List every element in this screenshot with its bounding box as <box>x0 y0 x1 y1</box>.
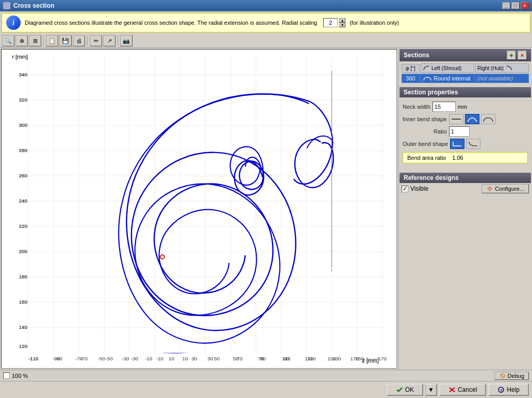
svg-text:-50: -50 <box>106 356 113 361</box>
zoom-region-button[interactable]: ⊞ <box>29 35 41 46</box>
fit-button[interactable]: ⊕ <box>15 35 28 46</box>
svg-text:r [mm]: r [mm] <box>12 54 28 60</box>
remove-section-button[interactable]: × <box>518 51 527 60</box>
main-canvas: r [mm] 340 320 300 280 260 240 220 200 1… <box>2 49 396 368</box>
canvas-area[interactable]: r [mm] 340 320 300 280 260 240 220 200 1… <box>1 49 397 369</box>
left-tab[interactable]: Left (Shroud) <box>421 63 474 73</box>
help-button[interactable]: ? Help <box>488 384 529 396</box>
ok-dropdown-button[interactable]: ▼ <box>425 384 437 396</box>
help-icon: ? <box>497 387 505 393</box>
window-controls[interactable]: _ □ ✕ <box>502 2 529 9</box>
zoom-label: 100 % <box>12 373 28 379</box>
info-suffix: (for illustration only) <box>350 20 399 26</box>
svg-text:280: 280 <box>19 147 28 153</box>
right-section-value: (not available) <box>475 74 529 83</box>
right-tab[interactable]: Right (Hub) <box>475 63 529 73</box>
svg-text:120: 120 <box>19 343 28 349</box>
outer-bend-shape-group <box>450 139 480 149</box>
maximize-button[interactable]: □ <box>511 2 520 9</box>
svg-text:150: 150 <box>327 356 336 361</box>
radial-scaling-input[interactable]: 2 <box>323 18 338 27</box>
svg-text:-10: -10 <box>156 356 164 361</box>
minimize-button[interactable]: _ <box>502 2 510 9</box>
configure-label: Configure... <box>495 186 524 192</box>
expand-button[interactable]: ↗ <box>103 35 115 46</box>
ratio-row: Ratio <box>403 126 528 137</box>
zoom-out-button[interactable]: 🔍 <box>2 35 14 46</box>
spin-down[interactable]: ▼ <box>339 23 345 27</box>
status-left: 100 % <box>3 372 28 379</box>
inner-bend-label: Inner bend shape <box>403 116 447 122</box>
ratio-label: Ratio <box>403 128 447 135</box>
toolbar-separator-2 <box>87 36 88 46</box>
reference-designs-title: Reference designs <box>404 174 459 181</box>
svg-text:160: 160 <box>19 299 28 305</box>
info-bar: i Diagramed cross sections illustrate th… <box>2 13 530 32</box>
section-properties-panel: Section properties Neck width mm Inner b… <box>400 87 531 169</box>
window-title: Cross section <box>13 2 54 9</box>
svg-text:?: ? <box>500 388 503 393</box>
radial-scaling-group[interactable]: 2 ▲ ▼ <box>323 18 345 27</box>
debug-button[interactable]: Debug <box>494 372 529 380</box>
ok-check-icon <box>396 387 403 393</box>
phi-value: 360 <box>402 74 420 83</box>
debug-icon <box>499 373 506 379</box>
visible-label: Visible <box>410 185 428 192</box>
visible-checkbox[interactable]: ✓ <box>402 186 408 192</box>
reference-designs-header: Reference designs <box>400 173 531 183</box>
add-section-button[interactable]: + <box>507 51 516 60</box>
neck-width-row: Neck width mm <box>403 102 528 112</box>
ratio-input[interactable] <box>449 126 470 137</box>
svg-text:-30: -30 <box>131 356 139 361</box>
svg-text:170: 170 <box>350 356 359 361</box>
svg-text:-90: -90 <box>53 356 60 361</box>
svg-text:180: 180 <box>19 274 28 279</box>
outer-bend-shape-row: Outer bend shape <box>403 139 528 149</box>
svg-text:-70: -70 <box>75 356 83 361</box>
toolbar-separator-1 <box>43 36 44 46</box>
neck-width-label: Neck width <box>403 104 430 110</box>
svg-text:50: 50 <box>214 356 220 361</box>
close-button[interactable]: ✕ <box>521 2 529 9</box>
spin-up[interactable]: ▲ <box>339 18 345 23</box>
status-checkbox[interactable] <box>3 372 10 379</box>
outer-bend-right-angle-button[interactable] <box>450 139 464 149</box>
radial-scaling-spinners[interactable]: ▲ ▼ <box>339 18 345 27</box>
svg-point-118 <box>489 188 491 190</box>
configure-button[interactable]: Configure... <box>481 184 529 193</box>
sections-tabs-area: φ [°] Left (Shroud) Right (Hub) <box>400 61 531 85</box>
visible-row: ✓ Visible Configure... <box>400 183 531 194</box>
screenshot-button[interactable]: 📷 <box>120 35 132 46</box>
svg-text:140: 140 <box>19 324 28 330</box>
inner-bend-curved-button[interactable] <box>465 114 479 124</box>
save-button[interactable]: 💾 <box>59 35 72 46</box>
content-area: r [mm] 340 320 300 280 260 240 220 200 1… <box>0 48 532 370</box>
section-properties-title: Section properties <box>404 89 458 96</box>
inner-bend-round-button[interactable] <box>481 114 495 124</box>
neck-width-input[interactable] <box>433 102 456 112</box>
right-panel: Sections + × φ [°] Left (Sh <box>398 48 532 370</box>
copy-button[interactable]: 📋 <box>46 35 58 46</box>
round-internal-icon <box>423 75 432 81</box>
left-tab-icon <box>423 65 430 71</box>
svg-text:z [mm]: z [mm] <box>362 357 378 363</box>
svg-text:-110: -110 <box>28 356 39 361</box>
info-text: Diagramed cross sections illustrate the … <box>25 20 317 26</box>
bottom-buttons: OK ▼ Cancel ? Help <box>0 381 532 398</box>
edit-button[interactable]: ✏ <box>90 35 102 46</box>
cancel-button[interactable]: Cancel <box>439 384 486 396</box>
svg-text:70: 70 <box>237 356 243 361</box>
svg-text:-30: -30 <box>122 356 129 361</box>
svg-text:200: 200 <box>19 248 28 254</box>
right-tab-icon <box>505 65 512 71</box>
outer-bend-curved-button[interactable] <box>466 139 480 149</box>
svg-text:30: 30 <box>208 356 213 361</box>
section-row-selected[interactable]: 360 Round internal (not available) <box>402 74 529 83</box>
inner-bend-shape-group <box>449 114 495 124</box>
svg-text:90: 90 <box>260 356 266 361</box>
svg-text:-50: -50 <box>98 356 106 361</box>
ok-button[interactable]: OK <box>387 384 423 396</box>
inner-bend-flat-button[interactable] <box>449 114 463 124</box>
print-button[interactable]: 🖨 <box>73 35 85 46</box>
info-icon: i <box>6 15 21 30</box>
